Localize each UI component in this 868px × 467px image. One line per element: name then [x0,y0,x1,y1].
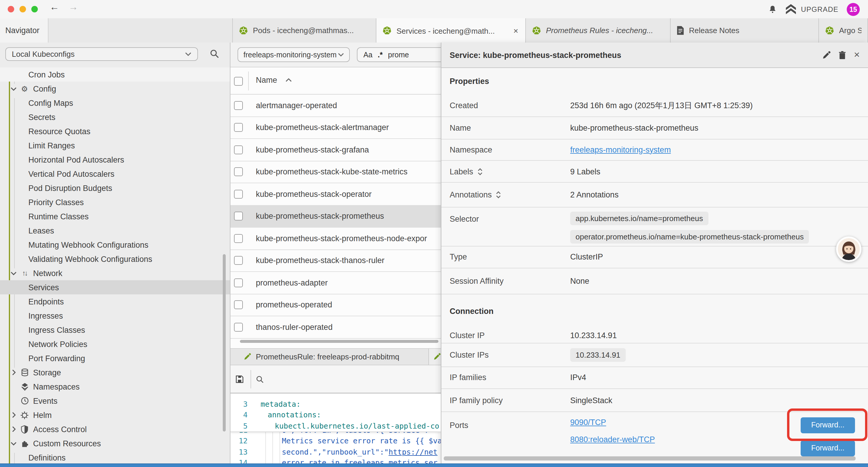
chevron-right-icon[interactable] [9,412,18,418]
forward-button[interactable]: → [68,2,78,12]
back-button[interactable]: ← [50,2,59,12]
editor-search-icon[interactable] [256,375,264,383]
sidebar-item-leases[interactable]: Leases [0,224,230,238]
chevron-down-icon[interactable] [9,87,18,91]
navigator-tab[interactable]: Navigator [0,18,49,42]
table-row-kube-prometheus-stack-thanos-ruler[interactable]: kube-prometheus-stack-thanos-ruler [230,250,441,272]
sidebar-item-services[interactable]: Services [0,280,230,294]
sidebar-item-mutating-webhook-configurations[interactable]: Mutating Webhook Configurations [0,238,230,252]
sidebar-item-network[interactable]: ↑↓Network [0,266,230,280]
chevron-down-icon[interactable] [9,271,18,275]
table-row-kube-prometheus-stack-prometheus[interactable]: kube-prometheus-stack-prometheus [230,205,441,228]
match-case-icon[interactable]: Aa [363,51,373,59]
editor-tab-next[interactable] [429,349,441,364]
row-checkbox[interactable] [234,256,243,265]
sidebar-item-ingress-classes[interactable]: Ingress Classes [0,323,230,337]
row-checkbox[interactable] [234,190,243,199]
sidebar-item-limit-ranges[interactable]: Limit Ranges [0,138,230,152]
maximize-window-button[interactable] [31,6,38,12]
minimize-window-button[interactable] [20,6,26,12]
tab-release-notes[interactable]: Release Notes [671,18,819,42]
table-row-alertmanager-operated[interactable]: alertmanager-operated [230,95,441,117]
detail-horizontal-scrollbar[interactable] [444,456,856,461]
tab-services-icecheng-math[interactable]: Services - icecheng@math...× [376,18,526,43]
kubeconfig-selector[interactable]: Local Kubeconfigs [5,47,198,61]
table-row-kube-prometheus-stack-operator[interactable]: kube-prometheus-stack-operator [230,183,441,205]
sidebar-item-events[interactable]: Events [0,394,230,408]
sidebar-item-pod-disruption-budgets[interactable]: Pod Disruption Budgets [0,181,230,195]
sidebar-item-access-control[interactable]: Access Control [0,422,230,436]
table-horizontal-scrollbar[interactable] [240,340,438,343]
sidebar-item-config-maps[interactable]: Config Maps [0,96,230,110]
namespace-filter-dropdown[interactable]: freeleaps-monitoring-system [238,47,350,62]
tab-argo-se[interactable]: Argo Se [819,18,868,42]
sidebar-item-namespaces[interactable]: Namespaces [0,380,230,394]
updown-arrows-icon: ↑↓ [20,269,30,276]
sidebar-item-validating-webhook-configurations[interactable]: Validating Webhook Configurations [0,252,230,266]
table-row-thanos-ruler-operated[interactable]: thanos-ruler-operated [230,316,441,339]
row-checkbox[interactable] [234,168,243,176]
close-window-button[interactable] [8,6,14,12]
sidebar-item-resource-quotas[interactable]: Resource Quotas [0,124,230,138]
row-checkbox[interactable] [234,212,243,221]
save-icon[interactable] [235,375,244,383]
expand-updown-icon[interactable] [477,168,483,175]
notification-badge[interactable]: 15 [847,3,860,16]
table-row-kube-prometheus-stack-alertmanager[interactable]: kube-prometheus-stack-alertmanager [230,117,441,139]
sidebar-item-endpoints[interactable]: Endpoints [0,294,230,309]
sidebar-item-horizontal-pod-autoscalers[interactable]: Horizontal Pod Autoscalers [0,152,230,167]
table-row-kube-prometheus-stack-prometheus-node-expor[interactable]: kube-prometheus-stack-prometheus-node-ex… [230,228,441,250]
sidebar-item-config[interactable]: ⚙Config [0,82,230,96]
tab-pods-icecheng-mathmas[interactable]: Pods - icecheng@mathmas... [232,18,376,42]
sidebar-item-cron-jobs[interactable]: Cron Jobs [0,67,230,82]
trash-icon[interactable] [838,51,846,59]
row-checkbox[interactable] [234,101,243,110]
table-row-prometheus-operated[interactable]: prometheus-operated [230,294,441,316]
chevron-right-icon[interactable] [9,426,18,432]
port-link-9090-tcp[interactable]: 9090/TCP [570,418,655,427]
expand-updown-icon[interactable] [496,191,501,199]
search-icon[interactable] [210,49,219,59]
table-row-kube-prometheus-stack-kube-state-metrics[interactable]: kube-prometheus-stack-kube-state-metrics [230,161,441,183]
upgrade-button[interactable]: UPGRADE [785,4,838,14]
tab-prometheus-rules-icecheng[interactable]: Prometheus Rules - icecheng... [526,18,671,42]
regex-icon[interactable]: .* [378,51,383,59]
chevron-down-icon[interactable] [9,441,18,445]
editor-tab-prometheusrule[interactable]: PrometheusRule: freeleaps-prod-rabbitmq [230,349,429,364]
sidebar-item-storage[interactable]: Storage [0,365,230,380]
sidebar-item-secrets[interactable]: Secrets [0,110,230,124]
port-link-8080-reloader-web-tcp[interactable]: 8080:reloader-web/TCP [570,435,655,444]
sidebar-item-runtime-classes[interactable]: Runtime Classes [0,209,230,224]
row-checkbox[interactable] [234,323,243,332]
sidebar-item-helm[interactable]: Helm [0,408,230,422]
yaml-editor[interactable]: 110", for: 1m", labels :{ service : 12Me… [230,394,441,463]
gear-icon: ⚙ [20,85,30,92]
namespace-link[interactable]: freeleaps-monitoring-system [570,145,671,154]
row-checkbox[interactable] [234,145,243,154]
select-all-checkbox[interactable] [234,77,243,85]
row-checkbox[interactable] [234,234,243,243]
bell-icon[interactable] [769,4,777,14]
close-icon[interactable]: × [854,49,860,61]
chevron-right-icon[interactable] [9,370,18,375]
table-row-prometheus-adapter[interactable]: prometheus-adapter [230,272,441,294]
sidebar-item-network-policies[interactable]: Network Policies [0,337,230,351]
table-row-kube-prometheus-stack-grafana[interactable]: kube-prometheus-stack-grafana [230,139,441,161]
row-checkbox[interactable] [234,300,243,310]
sidebar-item-vertical-pod-autoscalers[interactable]: Vertical Pod Autoscalers [0,167,230,181]
sidebar-item-port-forwarding[interactable]: Port Forwarding [0,351,230,365]
assistant-avatar[interactable] [836,236,862,262]
sidebar-item-ingresses[interactable]: Ingresses [0,309,230,323]
row-checkbox[interactable] [234,123,243,132]
edit-icon[interactable] [822,51,831,59]
sidebar-scrollbar[interactable] [223,254,226,432]
row-checkbox[interactable] [234,279,243,287]
sidebar-item-definitions[interactable]: Definitions [0,450,230,463]
name-column-header[interactable]: Name [256,76,292,84]
database-icon [20,368,30,377]
close-tab-icon[interactable]: × [512,26,519,35]
list-search-input[interactable]: Aa .* prome [357,47,441,62]
sidebar-item-custom-resources[interactable]: Custom Resources [0,436,230,450]
sidebar-item-priority-classes[interactable]: Priority Classes [0,195,230,209]
forward-button-8080-reloader-web-tcp[interactable]: Forward... [801,440,855,456]
